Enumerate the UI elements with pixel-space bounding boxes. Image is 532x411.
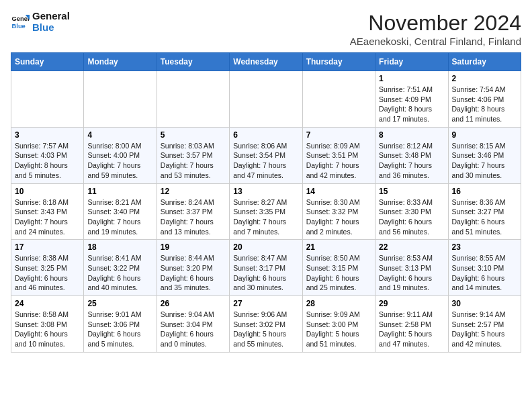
day-info: Sunrise: 8:06 AM Sunset: 3:54 PM Dayligh… xyxy=(233,141,298,181)
day-info: Sunrise: 8:03 AM Sunset: 3:57 PM Dayligh… xyxy=(161,141,226,181)
day-number: 24 xyxy=(15,299,80,308)
weekday-header: Friday xyxy=(375,53,448,71)
day-info: Sunrise: 8:24 AM Sunset: 3:37 PM Dayligh… xyxy=(161,197,226,237)
day-number: 30 xyxy=(452,299,517,308)
calendar-day-cell xyxy=(11,71,84,128)
day-number: 18 xyxy=(87,242,152,252)
day-info: Sunrise: 8:27 AM Sunset: 3:35 PM Dayligh… xyxy=(233,197,298,237)
calendar-week-row: 1Sunrise: 7:51 AM Sunset: 4:09 PM Daylig… xyxy=(11,71,521,128)
calendar-table: SundayMondayTuesdayWednesdayThursdayFrid… xyxy=(11,52,521,353)
calendar-day-cell: 1Sunrise: 7:51 AM Sunset: 4:09 PM Daylig… xyxy=(375,71,448,128)
day-number: 6 xyxy=(233,130,298,140)
calendar-day-cell: 9Sunrise: 8:15 AM Sunset: 3:46 PM Daylig… xyxy=(448,127,521,183)
day-number: 17 xyxy=(15,242,80,252)
calendar-day-cell: 6Sunrise: 8:06 AM Sunset: 3:54 PM Daylig… xyxy=(230,127,302,183)
day-number: 7 xyxy=(306,130,371,140)
calendar-day-cell: 3Sunrise: 7:57 AM Sunset: 4:03 PM Daylig… xyxy=(11,127,84,183)
day-info: Sunrise: 9:14 AM Sunset: 2:57 PM Dayligh… xyxy=(452,310,517,349)
calendar-day-cell: 7Sunrise: 8:09 AM Sunset: 3:51 PM Daylig… xyxy=(302,127,375,183)
calendar-day-cell: 2Sunrise: 7:54 AM Sunset: 4:06 PM Daylig… xyxy=(448,71,521,128)
day-number: 13 xyxy=(233,187,298,196)
day-number: 29 xyxy=(379,299,444,308)
day-info: Sunrise: 8:12 AM Sunset: 3:48 PM Dayligh… xyxy=(379,141,444,181)
day-number: 23 xyxy=(452,242,517,252)
location-title: AEaenekoski, Central Finland, Finland xyxy=(350,36,521,47)
day-number: 4 xyxy=(87,130,152,140)
calendar-day-cell xyxy=(157,71,229,128)
calendar-day-cell: 27Sunrise: 9:06 AM Sunset: 3:02 PM Dayli… xyxy=(230,296,302,353)
day-number: 27 xyxy=(233,299,298,308)
calendar-day-cell: 11Sunrise: 8:21 AM Sunset: 3:40 PM Dayli… xyxy=(84,183,157,240)
calendar-week-row: 3Sunrise: 7:57 AM Sunset: 4:03 PM Daylig… xyxy=(11,127,521,183)
calendar-day-cell: 17Sunrise: 8:38 AM Sunset: 3:25 PM Dayli… xyxy=(11,240,84,296)
calendar-day-cell xyxy=(302,71,375,128)
calendar-day-cell: 25Sunrise: 9:01 AM Sunset: 3:06 PM Dayli… xyxy=(84,296,157,353)
day-number: 22 xyxy=(379,242,444,252)
calendar-day-cell: 13Sunrise: 8:27 AM Sunset: 3:35 PM Dayli… xyxy=(230,183,302,240)
day-info: Sunrise: 8:44 AM Sunset: 3:20 PM Dayligh… xyxy=(161,253,226,293)
calendar-week-row: 17Sunrise: 8:38 AM Sunset: 3:25 PM Dayli… xyxy=(11,240,521,296)
logo: General Blue General Blue xyxy=(11,11,70,33)
calendar-day-cell: 23Sunrise: 8:55 AM Sunset: 3:10 PM Dayli… xyxy=(448,240,521,296)
calendar-day-cell: 10Sunrise: 8:18 AM Sunset: 3:43 PM Dayli… xyxy=(11,183,84,240)
calendar-day-cell: 18Sunrise: 8:41 AM Sunset: 3:22 PM Dayli… xyxy=(84,240,157,296)
day-info: Sunrise: 9:01 AM Sunset: 3:06 PM Dayligh… xyxy=(87,310,152,349)
day-number: 26 xyxy=(161,299,226,308)
day-info: Sunrise: 7:54 AM Sunset: 4:06 PM Dayligh… xyxy=(452,85,517,124)
day-info: Sunrise: 8:15 AM Sunset: 3:46 PM Dayligh… xyxy=(452,141,517,181)
day-number: 12 xyxy=(161,187,226,196)
calendar-day-cell: 15Sunrise: 8:33 AM Sunset: 3:30 PM Dayli… xyxy=(375,183,448,240)
day-number: 9 xyxy=(452,130,517,140)
weekday-header: Tuesday xyxy=(157,53,229,71)
calendar-week-row: 10Sunrise: 8:18 AM Sunset: 3:43 PM Dayli… xyxy=(11,183,521,240)
day-number: 15 xyxy=(379,187,444,196)
logo-icon: General Blue xyxy=(11,13,30,32)
weekday-header: Wednesday xyxy=(230,53,302,71)
calendar-day-cell: 16Sunrise: 8:36 AM Sunset: 3:27 PM Dayli… xyxy=(448,183,521,240)
calendar-day-cell: 14Sunrise: 8:30 AM Sunset: 3:32 PM Dayli… xyxy=(302,183,375,240)
calendar-body: 1Sunrise: 7:51 AM Sunset: 4:09 PM Daylig… xyxy=(11,71,521,353)
day-number: 16 xyxy=(452,187,517,196)
calendar-day-cell: 21Sunrise: 8:50 AM Sunset: 3:15 PM Dayli… xyxy=(302,240,375,296)
header-row: SundayMondayTuesdayWednesdayThursdayFrid… xyxy=(11,53,521,71)
day-info: Sunrise: 8:53 AM Sunset: 3:13 PM Dayligh… xyxy=(379,253,444,293)
day-info: Sunrise: 7:57 AM Sunset: 4:03 PM Dayligh… xyxy=(15,141,80,181)
day-info: Sunrise: 8:09 AM Sunset: 3:51 PM Dayligh… xyxy=(306,141,371,181)
calendar-day-cell xyxy=(230,71,302,128)
day-info: Sunrise: 8:55 AM Sunset: 3:10 PM Dayligh… xyxy=(452,253,517,293)
day-number: 14 xyxy=(306,187,371,196)
day-info: Sunrise: 8:18 AM Sunset: 3:43 PM Dayligh… xyxy=(15,197,80,237)
calendar-day-cell: 19Sunrise: 8:44 AM Sunset: 3:20 PM Dayli… xyxy=(157,240,229,296)
day-info: Sunrise: 8:30 AM Sunset: 3:32 PM Dayligh… xyxy=(306,197,371,237)
day-info: Sunrise: 8:33 AM Sunset: 3:30 PM Dayligh… xyxy=(379,197,444,237)
day-info: Sunrise: 9:09 AM Sunset: 3:00 PM Dayligh… xyxy=(306,310,371,349)
calendar-day-cell: 8Sunrise: 8:12 AM Sunset: 3:48 PM Daylig… xyxy=(375,127,448,183)
weekday-header: Monday xyxy=(84,53,157,71)
svg-text:General: General xyxy=(12,15,30,22)
calendar-day-cell: 30Sunrise: 9:14 AM Sunset: 2:57 PM Dayli… xyxy=(448,296,521,353)
day-info: Sunrise: 8:47 AM Sunset: 3:17 PM Dayligh… xyxy=(233,253,298,293)
day-number: 28 xyxy=(306,299,371,308)
day-number: 1 xyxy=(379,74,444,83)
day-info: Sunrise: 8:58 AM Sunset: 3:08 PM Dayligh… xyxy=(15,310,80,349)
title-block: November 2024 AEaenekoski, Central Finla… xyxy=(350,11,521,47)
logo-line1: General xyxy=(32,11,70,22)
calendar-day-cell: 12Sunrise: 8:24 AM Sunset: 3:37 PM Dayli… xyxy=(157,183,229,240)
calendar-day-cell: 29Sunrise: 9:11 AM Sunset: 2:58 PM Dayli… xyxy=(375,296,448,353)
day-number: 19 xyxy=(161,242,226,252)
day-info: Sunrise: 9:04 AM Sunset: 3:04 PM Dayligh… xyxy=(161,310,226,349)
day-info: Sunrise: 8:50 AM Sunset: 3:15 PM Dayligh… xyxy=(306,253,371,293)
day-number: 8 xyxy=(379,130,444,140)
logo-line2: Blue xyxy=(32,22,70,34)
calendar-day-cell: 24Sunrise: 8:58 AM Sunset: 3:08 PM Dayli… xyxy=(11,296,84,353)
calendar-header: SundayMondayTuesdayWednesdayThursdayFrid… xyxy=(11,53,521,71)
svg-text:Blue: Blue xyxy=(12,23,26,30)
calendar-day-cell xyxy=(84,71,157,128)
day-number: 25 xyxy=(87,299,152,308)
day-info: Sunrise: 9:06 AM Sunset: 3:02 PM Dayligh… xyxy=(233,310,298,349)
calendar-day-cell: 26Sunrise: 9:04 AM Sunset: 3:04 PM Dayli… xyxy=(157,296,229,353)
day-info: Sunrise: 8:36 AM Sunset: 3:27 PM Dayligh… xyxy=(452,197,517,237)
weekday-header: Thursday xyxy=(302,53,375,71)
calendar-week-row: 24Sunrise: 8:58 AM Sunset: 3:08 PM Dayli… xyxy=(11,296,521,353)
calendar-day-cell: 5Sunrise: 8:03 AM Sunset: 3:57 PM Daylig… xyxy=(157,127,229,183)
